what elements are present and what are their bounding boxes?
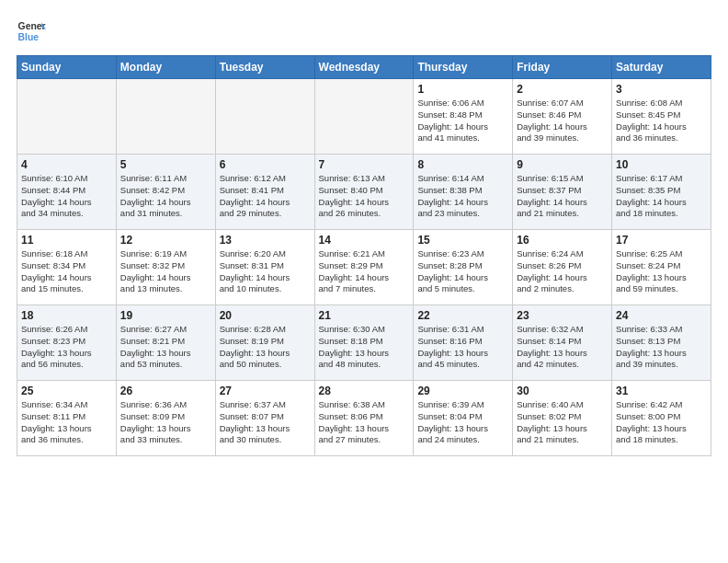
day-number: 18 bbox=[21, 309, 112, 322]
day-number: 2 bbox=[517, 83, 608, 96]
day-info: Sunrise: 6:33 AM Sunset: 8:13 PM Dayligh… bbox=[616, 324, 707, 371]
day-cell: 14Sunrise: 6:21 AM Sunset: 8:29 PM Dayli… bbox=[314, 230, 414, 305]
page: General Blue SundayMondayTuesdayWednesda… bbox=[0, 0, 728, 563]
calendar: SundayMondayTuesdayWednesdayThursdayFrid… bbox=[17, 55, 711, 456]
day-info: Sunrise: 6:26 AM Sunset: 8:23 PM Dayligh… bbox=[21, 324, 112, 371]
day-number: 15 bbox=[417, 234, 508, 247]
day-info: Sunrise: 6:24 AM Sunset: 8:26 PM Dayligh… bbox=[517, 248, 608, 295]
day-cell bbox=[17, 79, 117, 155]
day-number: 16 bbox=[517, 234, 608, 247]
day-cell: 21Sunrise: 6:30 AM Sunset: 8:18 PM Dayli… bbox=[314, 305, 414, 381]
day-info: Sunrise: 6:37 AM Sunset: 8:07 PM Dayligh… bbox=[220, 399, 311, 446]
day-cell: 31Sunrise: 6:42 AM Sunset: 8:00 PM Dayli… bbox=[612, 381, 711, 456]
svg-text:Blue: Blue bbox=[18, 32, 40, 42]
dow-header-wednesday: Wednesday bbox=[314, 56, 414, 79]
day-number: 9 bbox=[517, 158, 608, 171]
dow-header-friday: Friday bbox=[513, 56, 612, 79]
day-cell: 7Sunrise: 6:13 AM Sunset: 8:40 PM Daylig… bbox=[314, 155, 414, 230]
day-info: Sunrise: 6:31 AM Sunset: 8:16 PM Dayligh… bbox=[417, 324, 508, 371]
day-number: 31 bbox=[616, 385, 707, 397]
day-number: 4 bbox=[21, 158, 112, 171]
header: General Blue bbox=[17, 17, 711, 46]
day-info: Sunrise: 6:34 AM Sunset: 8:11 PM Dayligh… bbox=[21, 399, 112, 446]
day-cell: 12Sunrise: 6:19 AM Sunset: 8:32 PM Dayli… bbox=[116, 230, 215, 305]
day-number: 28 bbox=[319, 385, 410, 397]
day-cell: 4Sunrise: 6:10 AM Sunset: 8:44 PM Daylig… bbox=[17, 155, 117, 230]
day-info: Sunrise: 6:14 AM Sunset: 8:38 PM Dayligh… bbox=[417, 173, 508, 220]
day-cell: 1Sunrise: 6:06 AM Sunset: 8:48 PM Daylig… bbox=[414, 79, 513, 155]
day-info: Sunrise: 6:27 AM Sunset: 8:21 PM Dayligh… bbox=[120, 324, 211, 371]
day-cell: 5Sunrise: 6:11 AM Sunset: 8:42 PM Daylig… bbox=[116, 155, 215, 230]
day-number: 19 bbox=[120, 309, 211, 322]
day-info: Sunrise: 6:11 AM Sunset: 8:42 PM Dayligh… bbox=[120, 173, 211, 220]
day-cell: 19Sunrise: 6:27 AM Sunset: 8:21 PM Dayli… bbox=[116, 305, 215, 381]
day-cell: 30Sunrise: 6:40 AM Sunset: 8:02 PM Dayli… bbox=[513, 381, 612, 456]
day-number: 7 bbox=[319, 158, 410, 171]
dow-header-tuesday: Tuesday bbox=[215, 56, 314, 79]
day-cell: 6Sunrise: 6:12 AM Sunset: 8:41 PM Daylig… bbox=[215, 155, 314, 230]
day-number: 14 bbox=[319, 234, 410, 247]
day-info: Sunrise: 6:32 AM Sunset: 8:14 PM Dayligh… bbox=[517, 324, 608, 371]
day-cell: 9Sunrise: 6:15 AM Sunset: 8:37 PM Daylig… bbox=[513, 155, 612, 230]
week-row-3: 11Sunrise: 6:18 AM Sunset: 8:34 PM Dayli… bbox=[17, 230, 711, 305]
day-number: 6 bbox=[220, 158, 311, 171]
day-number: 3 bbox=[616, 83, 707, 96]
day-info: Sunrise: 6:36 AM Sunset: 8:09 PM Dayligh… bbox=[120, 399, 211, 446]
day-number: 5 bbox=[120, 158, 211, 171]
day-info: Sunrise: 6:17 AM Sunset: 8:35 PM Dayligh… bbox=[616, 173, 707, 220]
day-cell: 8Sunrise: 6:14 AM Sunset: 8:38 PM Daylig… bbox=[414, 155, 513, 230]
day-info: Sunrise: 6:38 AM Sunset: 8:06 PM Dayligh… bbox=[319, 399, 410, 446]
day-info: Sunrise: 6:08 AM Sunset: 8:45 PM Dayligh… bbox=[616, 98, 707, 144]
day-number: 21 bbox=[319, 309, 410, 322]
day-cell: 26Sunrise: 6:36 AM Sunset: 8:09 PM Dayli… bbox=[116, 381, 215, 456]
day-cell: 3Sunrise: 6:08 AM Sunset: 8:45 PM Daylig… bbox=[612, 79, 711, 155]
day-cell: 15Sunrise: 6:23 AM Sunset: 8:28 PM Dayli… bbox=[414, 230, 513, 305]
day-info: Sunrise: 6:13 AM Sunset: 8:40 PM Dayligh… bbox=[319, 173, 410, 220]
day-cell: 18Sunrise: 6:26 AM Sunset: 8:23 PM Dayli… bbox=[17, 305, 117, 381]
day-number: 10 bbox=[616, 158, 707, 171]
week-row-5: 25Sunrise: 6:34 AM Sunset: 8:11 PM Dayli… bbox=[17, 381, 711, 456]
day-info: Sunrise: 6:23 AM Sunset: 8:28 PM Dayligh… bbox=[417, 248, 508, 295]
day-number: 20 bbox=[220, 309, 311, 322]
day-info: Sunrise: 6:06 AM Sunset: 8:48 PM Dayligh… bbox=[417, 98, 508, 144]
day-number: 12 bbox=[120, 234, 211, 247]
day-cell bbox=[215, 79, 314, 155]
day-cell: 20Sunrise: 6:28 AM Sunset: 8:19 PM Dayli… bbox=[215, 305, 314, 381]
day-info: Sunrise: 6:19 AM Sunset: 8:32 PM Dayligh… bbox=[120, 248, 211, 295]
day-cell: 25Sunrise: 6:34 AM Sunset: 8:11 PM Dayli… bbox=[17, 381, 117, 456]
day-cell bbox=[314, 79, 414, 155]
day-number: 26 bbox=[120, 385, 211, 397]
dow-header-sunday: Sunday bbox=[17, 56, 117, 79]
day-number: 1 bbox=[417, 83, 508, 96]
day-cell: 17Sunrise: 6:25 AM Sunset: 8:24 PM Dayli… bbox=[612, 230, 711, 305]
day-info: Sunrise: 6:40 AM Sunset: 8:02 PM Dayligh… bbox=[517, 399, 608, 446]
dow-header-monday: Monday bbox=[116, 56, 215, 79]
day-info: Sunrise: 6:07 AM Sunset: 8:46 PM Dayligh… bbox=[517, 98, 608, 144]
day-info: Sunrise: 6:25 AM Sunset: 8:24 PM Dayligh… bbox=[616, 248, 707, 295]
day-info: Sunrise: 6:30 AM Sunset: 8:18 PM Dayligh… bbox=[319, 324, 410, 371]
day-cell: 27Sunrise: 6:37 AM Sunset: 8:07 PM Dayli… bbox=[215, 381, 314, 456]
day-cell: 16Sunrise: 6:24 AM Sunset: 8:26 PM Dayli… bbox=[513, 230, 612, 305]
dow-header-thursday: Thursday bbox=[414, 56, 513, 79]
day-number: 27 bbox=[220, 385, 311, 397]
day-cell: 29Sunrise: 6:39 AM Sunset: 8:04 PM Dayli… bbox=[414, 381, 513, 456]
day-number: 22 bbox=[417, 309, 508, 322]
day-cell: 22Sunrise: 6:31 AM Sunset: 8:16 PM Dayli… bbox=[414, 305, 513, 381]
day-info: Sunrise: 6:18 AM Sunset: 8:34 PM Dayligh… bbox=[21, 248, 112, 295]
logo-icon: General Blue bbox=[17, 17, 46, 46]
day-number: 17 bbox=[616, 234, 707, 247]
week-row-1: 1Sunrise: 6:06 AM Sunset: 8:48 PM Daylig… bbox=[17, 79, 711, 155]
day-cell: 23Sunrise: 6:32 AM Sunset: 8:14 PM Dayli… bbox=[513, 305, 612, 381]
day-cell: 11Sunrise: 6:18 AM Sunset: 8:34 PM Dayli… bbox=[17, 230, 117, 305]
day-cell: 13Sunrise: 6:20 AM Sunset: 8:31 PM Dayli… bbox=[215, 230, 314, 305]
day-number: 25 bbox=[21, 385, 112, 397]
day-cell: 28Sunrise: 6:38 AM Sunset: 8:06 PM Dayli… bbox=[314, 381, 414, 456]
logo: General Blue bbox=[17, 17, 46, 46]
week-row-4: 18Sunrise: 6:26 AM Sunset: 8:23 PM Dayli… bbox=[17, 305, 711, 381]
day-number: 8 bbox=[417, 158, 508, 171]
day-number: 24 bbox=[616, 309, 707, 322]
day-cell: 2Sunrise: 6:07 AM Sunset: 8:46 PM Daylig… bbox=[513, 79, 612, 155]
dow-header-saturday: Saturday bbox=[612, 56, 711, 79]
day-number: 11 bbox=[21, 234, 112, 247]
day-cell bbox=[116, 79, 215, 155]
